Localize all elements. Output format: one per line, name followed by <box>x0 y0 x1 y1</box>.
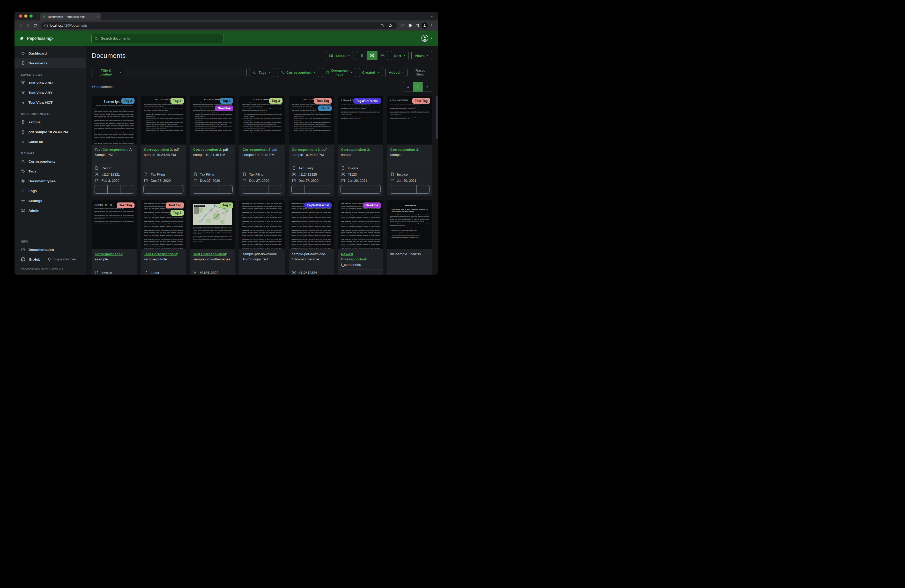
detail-view-button[interactable] <box>377 51 388 60</box>
correspondent-link[interactable]: Newest Correspondent <box>341 252 366 261</box>
tag-badge[interactable]: NewOne <box>215 106 233 111</box>
document-type-row[interactable]: Tax Filing <box>193 172 232 176</box>
edit-button[interactable] <box>144 185 157 193</box>
filter-created-button[interactable]: Created▼ <box>359 68 383 77</box>
sidebar-item-test-view-and[interactable]: Test View AND <box>14 78 86 88</box>
document-thumbnail[interactable]: Lorem Ipsum amet, consectetur adipiscing… <box>338 200 383 249</box>
tag-badge[interactable]: Tag 2 <box>220 98 233 104</box>
grid-view-button[interactable] <box>367 51 377 60</box>
preview-button[interactable] <box>354 185 367 193</box>
maximize-window-button[interactable] <box>30 14 33 17</box>
document-type-row[interactable]: Letter <box>144 271 183 274</box>
correspondent-link[interactable]: Correspondent 2 <box>95 252 123 256</box>
document-type-row[interactable]: Invoice <box>341 166 380 170</box>
document-thumbnail[interactable]: Adobe Acrobat PDF FilesLorem ipsum dolor… <box>239 96 284 144</box>
edit-button[interactable] <box>242 185 255 193</box>
search-input[interactable] <box>100 36 221 41</box>
document-thumbnail[interactable]: A Simple PDF FileLorem ipsum dolor sit a… <box>92 200 137 249</box>
sidebar-item-correspondents[interactable]: Correspondents <box>14 157 86 166</box>
document-thumbnail[interactable]: Lorem Ipsum amet, consectetur adipiscing… <box>239 200 284 249</box>
sidebar-item-tags[interactable]: Tags <box>14 166 86 176</box>
correspondent-link[interactable]: Correspondent 2 <box>391 147 418 152</box>
browser-menu-kebab-icon[interactable] <box>428 22 435 29</box>
correspondent-link[interactable]: Correspondent 2 <box>292 147 320 152</box>
document-thumbnail[interactable]: Lorem ipsumLorem ipsum dolor sit amet, c… <box>387 200 432 249</box>
edit-button[interactable] <box>341 185 354 193</box>
filter-document-type-button[interactable]: Document type▼ <box>322 68 356 77</box>
sidebar-item-admin[interactable]: Admin <box>14 206 86 216</box>
sidebar-item-logs[interactable]: Logs <box>14 186 86 196</box>
download-button[interactable] <box>121 185 134 193</box>
close-window-button[interactable] <box>19 14 22 17</box>
sidebar-item-test-view-not[interactable]: Test View NOT <box>14 97 86 107</box>
correspondent-link[interactable]: Test Correspondent <box>193 252 226 256</box>
sidebar-item-close-all[interactable]: Close all <box>14 137 86 147</box>
tag-badge[interactable]: Tag 3 <box>269 98 283 104</box>
extensions-puzzle-icon[interactable] <box>406 22 414 29</box>
download-button[interactable] <box>318 185 331 193</box>
suggest-an-idea-link[interactable]: Suggest an idea <box>48 257 76 262</box>
current-page-button[interactable]: 1 <box>413 82 422 92</box>
document-thumbnail[interactable]: Adobe Acrobat PDF FilesLorem ipsum dolor… <box>289 96 334 144</box>
user-menu[interactable]: ▼ <box>421 34 433 42</box>
document-thumbnail[interactable]: Lorem Ipsum amet, consectetur adipiscing… <box>289 200 334 249</box>
bookmark-star-icon[interactable] <box>387 22 394 29</box>
side-panel-icon[interactable] <box>414 22 421 29</box>
reset-filters-button[interactable]: Reset filters <box>411 68 432 76</box>
download-button[interactable] <box>268 185 282 193</box>
correspondent-link[interactable]: Test Correspondent <box>144 252 177 256</box>
sidebar-item-settings[interactable]: Settings <box>14 196 86 206</box>
sidebar-item-dashboard[interactable]: Dashboard <box>14 48 86 58</box>
tag-badge[interactable]: Tag 3 <box>170 210 184 216</box>
address-bar[interactable]: localhost:4200/documents <box>41 22 397 29</box>
tag-badge[interactable]: Tag 2 <box>318 106 332 111</box>
sidebar-item-github[interactable]: GitHubSuggest an idea <box>14 254 86 264</box>
document-thumbnail[interactable]: Lorem Ipsum amet, consectetur adipiscing… <box>141 200 186 249</box>
tag-badge[interactable]: TagWithPartial <box>304 203 332 208</box>
new-tab-button[interactable] <box>100 15 104 19</box>
preview-button[interactable] <box>206 185 219 193</box>
list-view-button[interactable] <box>356 51 367 60</box>
tab-search-chevron-icon[interactable] <box>430 14 434 19</box>
browser-profile-avatar[interactable] <box>421 22 428 29</box>
sidebar-item-test-view-any[interactable]: Test View ANY <box>14 88 86 97</box>
sidebar-item-documentation[interactable]: Documentation <box>14 245 86 254</box>
document-thumbnail[interactable]: A Simple PDF FileLorem ipsum dolor sit a… <box>387 96 432 144</box>
filter-text-input[interactable] <box>125 68 246 77</box>
back-button[interactable] <box>17 22 24 29</box>
preview-button[interactable] <box>157 185 170 193</box>
tag-badge[interactable]: Test Tag <box>412 98 430 104</box>
site-info-icon[interactable] <box>44 24 48 28</box>
correspondent-link[interactable]: Test Correspondent <box>95 147 127 152</box>
sort-button[interactable]: Sort▼ <box>391 51 409 60</box>
close-tab-icon[interactable]: × <box>97 15 98 19</box>
edit-button[interactable] <box>193 185 206 193</box>
select-button[interactable]: Select▼ <box>326 51 353 60</box>
document-thumbnail[interactable]: Adobe Acrobat PDF FilesLorem ipsum dolor… <box>141 96 186 144</box>
views-button[interactable]: Views▼ <box>411 51 432 60</box>
tag-badge[interactable]: Tag 3 <box>220 203 233 208</box>
tag-badge[interactable]: Test Tag <box>314 98 332 104</box>
sidebar-item-sample[interactable]: sample <box>14 117 86 127</box>
tag-badge[interactable]: Tag 2 <box>121 98 135 104</box>
document-type-row[interactable]: Tax Filing <box>292 166 331 170</box>
filter-correspondent-button[interactable]: Correspondent▼ <box>277 68 319 77</box>
filter-tags-button[interactable]: Tags▼ <box>249 68 274 77</box>
edit-button[interactable] <box>390 185 403 193</box>
global-search[interactable] <box>91 34 224 43</box>
correspondent-link[interactable]: Correspondent 2 <box>341 147 369 152</box>
preview-button[interactable] <box>107 185 121 193</box>
tag-badge[interactable]: Test Tag <box>117 203 135 208</box>
tag-badge[interactable]: NewOne <box>363 203 381 208</box>
document-type-row[interactable]: Tax Filing <box>144 172 183 176</box>
scrollbar-thumb[interactable] <box>437 95 438 139</box>
preview-button[interactable] <box>255 185 268 193</box>
share-icon[interactable] <box>378 22 386 29</box>
download-button[interactable] <box>416 185 429 193</box>
edit-button[interactable] <box>292 185 305 193</box>
extension-badge-icon[interactable] <box>399 22 406 29</box>
preview-button[interactable] <box>403 185 416 193</box>
sidebar-item-pdf-sample-10-24-48-pm[interactable]: pdf-sample 10.24.48 PM <box>14 127 86 137</box>
download-button[interactable] <box>367 185 380 193</box>
document-type-row[interactable]: Invoice <box>391 172 429 176</box>
